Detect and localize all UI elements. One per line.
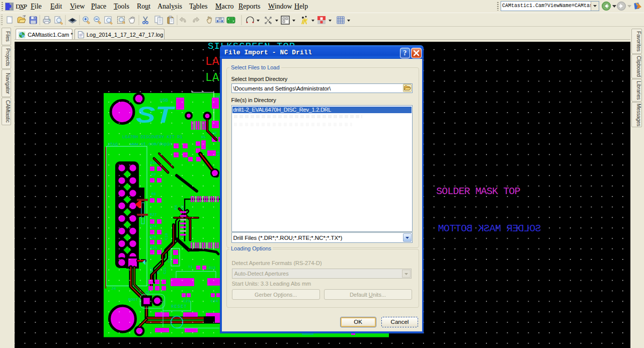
svg-text:SOLDER MASK BOTTOM: SOLDER MASK BOTTOM <box>438 223 541 234</box>
svg-text:10: 10 <box>218 17 222 20</box>
svg-text:SOLDER MASK TOP: SOLDER MASK TOP <box>436 186 520 197</box>
